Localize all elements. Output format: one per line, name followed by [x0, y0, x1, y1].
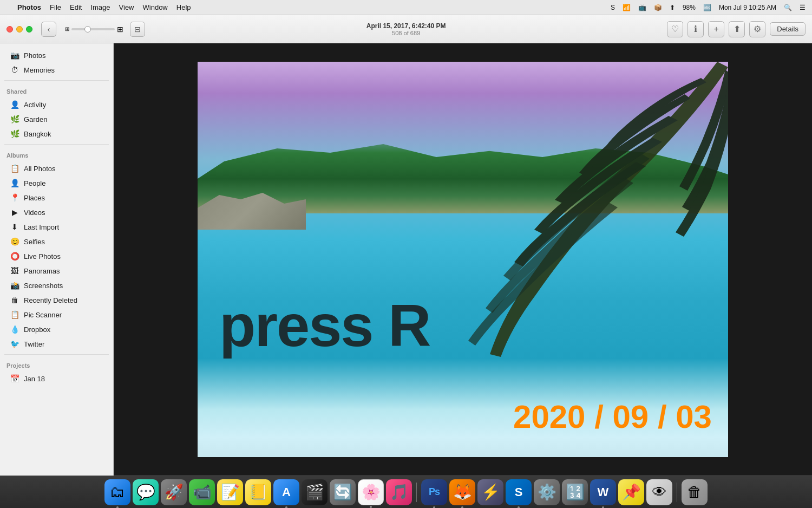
finalcut-icon: 🎬	[305, 483, 324, 501]
appstore-dot	[285, 506, 287, 509]
dock-separator	[416, 483, 417, 502]
sidebar-item-screenshots[interactable]: 📸 Screenshots	[3, 278, 110, 292]
minimize-button[interactable]	[16, 26, 23, 32]
add-button[interactable]: +	[708, 21, 724, 37]
zoom-slider[interactable]: ⊞ ⊞	[65, 25, 123, 34]
main-layout: 📷 Photos ⏱ Memories Shared 👤 Activity 🌿 …	[0, 43, 812, 476]
dock-system-prefs[interactable]: ⚙️	[534, 479, 560, 505]
sidebar-divider-1	[4, 80, 109, 81]
toolbar-center: April 15, 2017, 6:42:40 PM 508 of 689	[149, 22, 663, 36]
dock-appstore[interactable]: A	[273, 479, 299, 505]
dock-launchpad[interactable]: 🚀	[161, 479, 187, 505]
sidebar-item-recently-deleted[interactable]: 🗑 Recently Deleted	[3, 293, 110, 307]
sidebar-item-live-photos[interactable]: ⭕ Live Photos	[3, 249, 110, 263]
photo-view: press R 2020 / 09 / 03	[114, 43, 812, 476]
dock-messages[interactable]: 💬	[133, 479, 159, 505]
last-import-icon: ⬇	[10, 222, 19, 232]
sidebar-item-photos[interactable]: 📷 Photos	[3, 48, 110, 62]
finder-dot	[116, 506, 119, 509]
photoshop-dot	[433, 506, 435, 509]
date-text: 2020 / 09 / 03	[513, 398, 712, 435]
menubar-file[interactable]: File	[50, 3, 61, 11]
word-dot	[602, 506, 604, 509]
dock-word[interactable]: W	[590, 479, 616, 505]
sidebar-divider-2	[4, 144, 109, 145]
menubar-help[interactable]: Help	[176, 3, 191, 11]
menubar-app-name[interactable]: Photos	[17, 3, 41, 11]
menubar-view[interactable]: View	[119, 3, 134, 11]
sidebar-item-places[interactable]: 📍 Places	[3, 191, 110, 205]
traffic-lights	[6, 26, 32, 32]
sidebar-item-garden[interactable]: 🌿 Garden	[3, 112, 110, 126]
dock-quicksilver[interactable]: ⚡	[477, 479, 503, 505]
live-photos-icon: ⭕	[10, 251, 19, 261]
menubar-list-icon[interactable]: ☰	[800, 4, 806, 11]
sidebar-label-activity: Activity	[24, 101, 46, 109]
slider-track[interactable]	[71, 28, 115, 30]
menubar-battery: 98%	[683, 4, 696, 11]
adjust-button[interactable]: ⚙	[749, 21, 765, 37]
dock: 🗂 💬 🚀 📹 📝 📒 A 🎬 🔄 🌸 🎵 Ps 🦊 ⚡	[0, 476, 812, 508]
menubar-search-icon[interactable]: 🔍	[784, 4, 792, 11]
sidebar-item-activity[interactable]: 👤 Activity	[3, 97, 110, 112]
dock-preview[interactable]: 👁	[646, 479, 672, 505]
slider-thumb[interactable]	[84, 26, 91, 32]
sidebar-item-twitter[interactable]: 🐦 Twitter	[3, 337, 110, 351]
garden-icon: 🌿	[10, 114, 19, 124]
pic-scanner-icon: 📋	[10, 310, 19, 320]
sidebar-item-dropbox[interactable]: 💧 Dropbox	[3, 322, 110, 336]
menubar-dropbox-icon: 📦	[654, 4, 662, 11]
dock-firefox[interactable]: 🦊	[449, 479, 475, 505]
dock-photos[interactable]: 🌸	[358, 479, 384, 505]
photos-dock-icon: 🌸	[362, 483, 381, 501]
dock-finalcut[interactable]: 🎬	[302, 479, 328, 505]
sidebar-item-videos[interactable]: ▶ Videos	[3, 205, 110, 219]
sidebar-label-screenshots: Screenshots	[24, 282, 63, 290]
toolbar-right: ♡ ℹ + ⬆ ⚙ Details	[667, 21, 806, 37]
photo-container: press R 2020 / 09 / 03	[198, 62, 728, 457]
info-button[interactable]: ℹ	[687, 21, 704, 37]
sidebar-item-memories[interactable]: ⏱ Memories	[3, 63, 110, 77]
sidebar-item-people[interactable]: 👤 People	[3, 176, 110, 190]
back-button[interactable]: ‹	[41, 22, 56, 37]
dock-trash[interactable]: 🗑	[682, 479, 708, 505]
sidebar-item-pic-scanner[interactable]: 📋 Pic Scanner	[3, 308, 110, 322]
menubar-image[interactable]: Image	[90, 3, 110, 11]
sidebar-item-selfies[interactable]: 😊 Selfies	[3, 235, 110, 249]
sidebar-item-jan18[interactable]: 📅 Jan 18	[3, 372, 110, 386]
sidebar-label-all-photos: All Photos	[24, 165, 56, 173]
dock-stickies[interactable]: 📝	[217, 479, 243, 505]
dock-notes[interactable]: 📒	[245, 479, 271, 505]
dock-calculator[interactable]: 🔢	[562, 479, 588, 505]
dock-photoshop[interactable]: Ps	[421, 479, 447, 505]
dock-facetime[interactable]: 📹	[189, 479, 215, 505]
sidebar-item-all-photos[interactable]: 📋 All Photos	[3, 161, 110, 175]
close-button[interactable]	[6, 26, 13, 32]
photo-date: April 15, 2017, 6:42:40 PM	[366, 22, 446, 30]
screenshots-icon: 📸	[10, 281, 19, 290]
photos-dot	[370, 506, 372, 508]
sidebar-item-last-import[interactable]: ⬇ Last Import	[3, 220, 110, 234]
menubar-window[interactable]: Window	[143, 3, 168, 11]
photos-icon: 📷	[10, 50, 19, 60]
sidebar-label-bangkok: Bangkok	[24, 130, 51, 138]
twitter-icon: 🐦	[10, 339, 19, 349]
sidebar-item-panoramas[interactable]: 🖼 Panoramas	[3, 264, 110, 278]
favorite-button[interactable]: ♡	[667, 21, 683, 37]
beach-photo: press R 2020 / 09 / 03	[198, 62, 728, 457]
details-button[interactable]: Details	[770, 22, 806, 36]
dock-itunes[interactable]: 🎵	[386, 479, 412, 505]
share-button[interactable]: ⬆	[729, 21, 745, 37]
photo-count: 508 of 689	[392, 30, 420, 36]
system-prefs-icon: ⚙️	[538, 483, 556, 501]
maximize-button[interactable]	[26, 26, 32, 32]
dock-migration[interactable]: 🔄	[330, 479, 356, 505]
dock-stickies2[interactable]: 📌	[618, 479, 644, 505]
dock-finder[interactable]: 🗂	[104, 479, 130, 505]
menubar-edit[interactable]: Edit	[70, 3, 82, 11]
sidebar-item-bangkok[interactable]: 🌿 Bangkok	[3, 127, 110, 141]
dock-skype[interactable]: S	[506, 479, 532, 505]
sidebar-toggle-button[interactable]: ⊟	[130, 22, 145, 37]
all-photos-icon: 📋	[10, 164, 19, 173]
sidebar-label-twitter: Twitter	[24, 340, 44, 348]
